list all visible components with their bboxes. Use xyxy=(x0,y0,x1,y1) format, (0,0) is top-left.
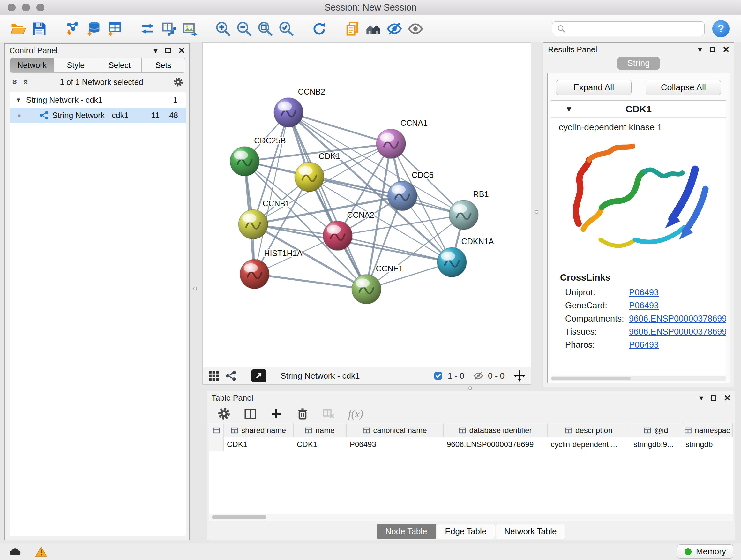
hide-selected-button[interactable] xyxy=(384,18,405,39)
network-collection-row[interactable]: ▼ String Network - cdk1 1 xyxy=(10,92,186,108)
panel-close-icon[interactable]: × xyxy=(724,393,731,402)
edge-CCNB2-CCNE1[interactable] xyxy=(288,112,366,289)
import-table-from-file-button[interactable] xyxy=(104,18,125,39)
crosslink-compartments-link[interactable]: 9606.ENSP00000378699 xyxy=(629,314,726,324)
panel-menu-icon[interactable]: ▾ xyxy=(153,46,158,55)
cell-shared-name[interactable]: CDK1 xyxy=(224,437,293,451)
navigator-move-icon[interactable] xyxy=(514,370,526,382)
edge-HIST1H1A-CCNE1[interactable] xyxy=(255,274,367,289)
zoom-selected-button[interactable] xyxy=(276,18,297,39)
panel-menu-icon[interactable]: ▾ xyxy=(699,394,703,402)
collapse-all-button[interactable]: Collapse All xyxy=(646,80,721,95)
crosslink-uniprot-link[interactable]: P06493 xyxy=(629,288,726,298)
collapse-all-icon[interactable]: » xyxy=(10,77,21,87)
panel-close-icon[interactable]: × xyxy=(723,45,729,54)
cloud-icon[interactable] xyxy=(8,547,22,557)
show-columns-icon[interactable] xyxy=(244,407,257,421)
tab-edge-table[interactable]: Edge Table xyxy=(436,523,495,539)
add-column-icon[interactable] xyxy=(270,407,283,421)
network-node-CCNE1[interactable]: CCNE1 xyxy=(352,264,403,304)
crosslink-tissues-link[interactable]: 9606.ENSP00000378699 xyxy=(629,327,726,337)
column-header-name[interactable]: name xyxy=(293,423,347,437)
column-header-shared-name[interactable]: shared name xyxy=(224,423,293,437)
zoom-fit-button[interactable] xyxy=(255,18,276,39)
memory-button[interactable]: Memory xyxy=(677,544,733,559)
edge-CCNB2-CCNA1[interactable] xyxy=(288,112,391,144)
panel-float-icon[interactable] xyxy=(165,48,171,53)
network-node-CDC25B[interactable]: CDC25B xyxy=(230,136,286,176)
search-input[interactable] xyxy=(569,24,700,33)
hidden-eye-slash-icon[interactable] xyxy=(473,371,483,381)
splitter-handle[interactable] xyxy=(468,386,472,390)
table-row[interactable]: CDK1 CDK1 P06493 9606.ENSP00000378699 cy… xyxy=(209,437,733,451)
open-session-button[interactable] xyxy=(8,18,29,39)
close-window-button[interactable] xyxy=(8,3,16,11)
grid-view-icon[interactable] xyxy=(208,370,220,382)
minimize-window-button[interactable] xyxy=(22,3,30,11)
tree-expand-icon[interactable]: ▼ xyxy=(15,97,26,104)
network-node-CDC6[interactable]: CDC6 xyxy=(388,171,434,210)
network-node-CCNA1[interactable]: CCNA1 xyxy=(376,118,428,159)
save-session-button[interactable] xyxy=(29,18,50,39)
cell-database-identifier[interactable]: 9606.ENSP00000378699 xyxy=(444,437,548,451)
expand-all-button[interactable]: Expand All xyxy=(556,80,631,95)
entry-collapse-icon[interactable]: ▼ xyxy=(565,105,573,114)
help-button[interactable]: ? xyxy=(712,20,730,37)
tab-style[interactable]: Style xyxy=(54,58,98,73)
tab-network-table[interactable]: Network Table xyxy=(495,523,565,539)
export-image-button[interactable] xyxy=(179,18,200,39)
cell-description[interactable]: cyclin-dependent ... xyxy=(548,437,630,451)
column-header-namespace[interactable]: namespac xyxy=(682,423,733,437)
column-header-canonical-name[interactable]: canonical name xyxy=(347,423,444,437)
show-all-button[interactable] xyxy=(405,18,426,39)
results-tab-string[interactable]: String xyxy=(617,57,660,70)
selected-checkbox-icon[interactable] xyxy=(433,371,443,381)
cell-id[interactable]: stringdb:9... xyxy=(630,437,682,451)
warning-icon[interactable] xyxy=(35,546,47,557)
network-node-HIST1H1A[interactable]: HIST1H1A xyxy=(240,249,302,289)
tab-sets[interactable]: Sets xyxy=(142,58,185,73)
maximize-window-button[interactable] xyxy=(37,3,44,11)
gene-entry-header[interactable]: ▼ CDK1 xyxy=(551,101,726,118)
splitter-handle[interactable] xyxy=(535,210,538,213)
results-horizontal-scrollbar[interactable] xyxy=(551,376,726,381)
home-view-button[interactable] xyxy=(363,18,384,39)
scrollbar-thumb[interactable] xyxy=(551,377,630,380)
panel-close-icon[interactable]: × xyxy=(179,46,185,55)
share-network-icon[interactable] xyxy=(225,370,237,382)
column-header-description[interactable]: description xyxy=(548,423,630,437)
table-horizontal-scrollbar[interactable] xyxy=(209,514,733,521)
open-in-browser-button[interactable] xyxy=(251,369,266,382)
network-node-RB1[interactable]: RB1 xyxy=(449,189,488,229)
refresh-button[interactable] xyxy=(309,18,330,39)
network-canvas[interactable]: CCNB2CCNA1CDC25BCDK1CDC6RB1CCNB1CCNA2CDK… xyxy=(203,43,531,367)
cell-name[interactable]: CDK1 xyxy=(293,437,347,451)
panel-menu-icon[interactable]: ▾ xyxy=(698,45,702,54)
network-row-selected[interactable]: ● String Network - cdk1 11 48 xyxy=(10,108,186,123)
column-header-database-identifier[interactable]: database identifier xyxy=(444,423,548,437)
column-header-id[interactable]: @id xyxy=(630,423,682,437)
scrollbar-thumb[interactable] xyxy=(212,515,266,519)
import-network-from-database-button[interactable] xyxy=(83,18,104,39)
zoom-out-button[interactable] xyxy=(233,18,255,39)
tab-select[interactable]: Select xyxy=(98,58,142,73)
crosslink-pharos-link[interactable]: P06493 xyxy=(629,340,726,350)
tab-network[interactable]: Network xyxy=(10,58,54,73)
panel-float-icon[interactable] xyxy=(711,395,717,401)
zoom-in-button[interactable] xyxy=(212,18,233,39)
table-settings-gear-icon[interactable] xyxy=(217,407,231,421)
import-network-from-file-button[interactable] xyxy=(62,18,83,39)
delete-column-trash-icon[interactable] xyxy=(296,407,309,421)
cell-namespace[interactable]: stringdb xyxy=(682,437,733,451)
network-node-CDK1[interactable]: CDK1 xyxy=(294,152,340,192)
splitter-handle[interactable] xyxy=(193,287,197,290)
panel-float-icon[interactable] xyxy=(710,47,715,52)
gear-icon[interactable] xyxy=(173,77,184,87)
cell-canonical-name[interactable]: P06493 xyxy=(347,437,444,451)
copy-button[interactable] xyxy=(342,18,363,39)
expand-all-icon[interactable]: » xyxy=(19,77,30,87)
tab-node-table[interactable]: Node Table xyxy=(377,523,436,539)
new-network-button[interactable] xyxy=(137,18,158,39)
new-network-from-table-button[interactable] xyxy=(158,18,179,39)
network-node-CDKN1A[interactable]: CDKN1A xyxy=(437,237,494,277)
